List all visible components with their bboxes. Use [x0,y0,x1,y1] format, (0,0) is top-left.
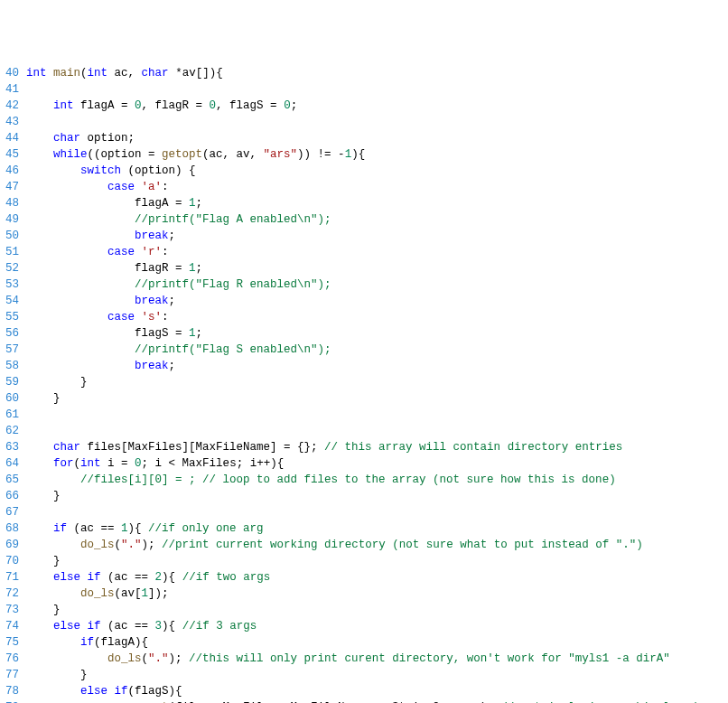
line-number: 51 [5,244,19,260]
token-op: } [26,490,61,502]
code-line[interactable]: int flagA = 0, flagR = 0, flagS = 0; [26,98,711,114]
token-op: flagS = [26,327,189,340]
token-num: 0 [135,457,142,470]
code-line[interactable]: int main(int ac, char *av[]){ [26,65,711,81]
token-op: ){ [351,148,365,161]
token-op: : [162,246,169,258]
code-line[interactable]: flagA = 1; [26,195,711,211]
code-line[interactable]: if (ac == 1){ //if only one arg [26,520,711,537]
code-line[interactable] [26,407,711,423]
code-line[interactable]: else if (ac == 2){ //if two args [26,569,711,586]
code-line[interactable]: do_ls(av[1]); [26,586,711,602]
token-cmt: //if two args [182,571,271,584]
code-line[interactable]: case 'r': [26,244,711,260]
token-op: ac, [107,67,142,80]
token-op: ; [169,360,176,372]
token-op: (ac == [101,620,155,633]
line-number: 65 [5,472,19,488]
token-cmt: //print current working directory (not s… [162,539,643,551]
code-line[interactable]: flagS = 1; [26,325,711,342]
line-number: 68 [5,520,19,537]
code-line[interactable]: //printf("Flag A enabled\n"); [26,211,711,228]
token-op: (ac == [67,522,121,535]
code-line[interactable]: //printf("Flag R enabled\n"); [26,277,711,293]
code-line[interactable]: } [26,667,711,683]
line-number: 61 [5,407,19,423]
code-line[interactable]: do_ls("."); //this will only print curen… [26,651,711,667]
code-editor[interactable]: 4041424344454647484950515253545556575859… [0,65,728,703]
token-kw: case [107,311,135,323]
code-line[interactable] [26,114,711,130]
token-kw: break [135,230,169,242]
code-line[interactable]: switch (option) { [26,163,711,179]
line-number: 49 [5,211,19,228]
token-op [26,457,53,470]
token-op: ; [196,197,203,210]
token-kw: char [142,67,169,80]
token-op [26,522,53,535]
token-op [26,132,53,145]
code-line[interactable]: break; [26,228,711,244]
token-op: *av[]){ [169,67,223,80]
code-line[interactable]: else if (ac == 3){ //if 3 args [26,618,711,634]
line-number: 62 [5,423,19,439]
code-line[interactable]: } [26,488,711,504]
code-area[interactable]: int main(int ac, char *av[]){ int flagA … [26,65,722,703]
code-line[interactable]: } [26,602,711,618]
token-op: (option) { [121,164,196,177]
token-op: ]); [148,587,169,600]
token-kw: switch [80,164,121,177]
code-line[interactable]: break; [26,293,711,309]
token-kw: break [135,295,169,307]
code-line[interactable]: } [26,374,711,390]
code-line[interactable]: case 's': [26,309,711,325]
code-line[interactable]: for(int i = 0; i < MaxFiles; i++){ [26,455,711,472]
token-op [26,343,135,356]
code-line[interactable]: break; [26,358,711,374]
token-op [26,246,107,258]
code-line[interactable]: else if(flagS){ [26,683,711,699]
token-op [26,571,53,584]
code-line[interactable] [26,81,711,98]
token-cmt: //printf("Flag S enabled\n"); [135,343,331,356]
code-line[interactable]: qsort(files, MaxFiles, MaxFileName, mySt… [26,699,711,703]
code-line[interactable] [26,504,711,520]
token-op: ; [196,327,203,340]
token-op: ; [169,230,176,242]
line-number: 48 [5,195,19,211]
code-line[interactable]: } [26,390,711,407]
token-kw: if [53,522,67,535]
token-num: 1 [345,148,352,161]
line-number: 41 [5,81,19,98]
code-line[interactable]: do_ls("."); //print current working dire… [26,537,711,553]
token-str: 'r' [142,246,163,258]
code-line[interactable]: //files[i][0] = ; // loop to add files t… [26,472,711,488]
token-op: ( [115,539,122,551]
code-line[interactable]: while((option = getopt(ac, av, "ars")) !… [26,146,711,163]
code-line[interactable]: } [26,553,711,569]
code-line[interactable] [26,423,711,439]
token-op [107,685,115,698]
code-line[interactable]: //printf("Flag S enabled\n"); [26,342,711,358]
code-line[interactable]: char option; [26,130,711,146]
token-num: 1 [189,327,196,340]
line-number: 70 [5,553,19,569]
code-line[interactable]: if(flagA){ [26,634,711,651]
token-op [80,571,88,584]
token-op [47,67,54,80]
token-op: ){ [128,522,149,535]
token-num: 0 [284,99,291,112]
token-op: ){ [162,620,182,633]
token-op [80,620,88,633]
token-op: ( [142,652,149,665]
code-line[interactable]: char files[MaxFiles][MaxFileName] = {}; … [26,439,711,455]
token-op [26,473,80,486]
token-op: } [26,555,61,567]
token-op: : [162,311,169,323]
token-op [26,181,107,193]
token-op: flagA = [26,197,189,210]
code-line[interactable]: flagR = 1; [26,260,711,277]
line-number: 58 [5,358,19,374]
token-op: i = [101,457,135,470]
code-line[interactable]: case 'a': [26,179,711,195]
